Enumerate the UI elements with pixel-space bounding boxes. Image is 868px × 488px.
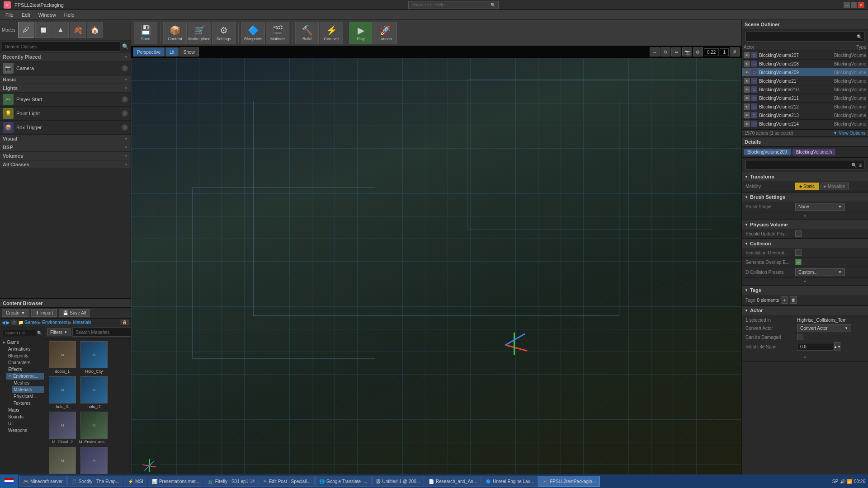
collision-section-header[interactable]: ▼ Collision [742,239,868,248]
vp-lit-btn[interactable]: Lit [165,47,179,56]
asset-m_enviro[interactable]: M M_Enviro_assets_01 [79,411,109,445]
mode-btn-mesh-paint[interactable]: 🍂 [70,22,86,38]
transform-section-header[interactable]: ▼ Transform [742,172,868,181]
menu-edit[interactable]: Edit [18,11,34,19]
mode-btn-select[interactable]: 🖊 [18,22,34,38]
collision-expand-btn[interactable]: ▼ [802,279,809,284]
visibility-icon[interactable]: 👁 [744,86,750,93]
save-all-button[interactable]: 💾 Save All [59,309,90,317]
launch-button[interactable]: 🚀 Launch [373,22,397,44]
player-start-info-icon[interactable]: ? [122,96,128,103]
taskbar-item-presentations-mat---[interactable]: 📊Presentations mat... [148,476,203,487]
box-trigger-info-icon[interactable]: ? [122,124,128,131]
visibility-icon[interactable]: 👁 [744,78,750,84]
tree-maps[interactable]: Maps [6,407,44,413]
tree-ui[interactable]: UI [6,420,44,427]
blueprints-button[interactable]: 🔷 Blueprints [241,22,265,44]
sim-gen-checkbox[interactable] [795,249,802,256]
tree-effects[interactable]: Effects [6,366,44,373]
nav-lock-icon[interactable]: 🔒 [120,319,129,325]
taskbar-item-firefly---s01-ep1-14[interactable]: 📺Firefly - S01 ep1-14 [204,476,259,487]
scene-outliner-item-blockingvolume209[interactable]: 👁 □ BlockingVolume209 BlockingVolume [742,68,868,77]
tree-animations[interactable]: Animations [6,346,44,352]
scene-outliner-search-input[interactable] [748,34,857,39]
mode-btn-geometry[interactable]: 🏠 [87,22,103,38]
save-button[interactable]: 💾 Save [134,22,157,44]
menu-window[interactable]: Window [35,11,60,19]
view-options-button[interactable]: ▼ View Options [833,131,865,136]
category-recently-placed[interactable]: Recently Placed ▼ [0,53,131,61]
menu-help[interactable]: Help [61,11,78,19]
viewport[interactable]: Perspective Lit Show ↔ ↻ ⇔ 📷 ⚙ 0.22 1 # [131,46,741,488]
visibility-icon[interactable]: 👁 [744,61,750,67]
search-help-input[interactable]: Search For Help 🔍 [408,1,499,9]
actor-expand-btn[interactable]: ▼ [802,355,809,360]
menu-file[interactable]: File [2,11,17,19]
physics-volume-header[interactable]: ▼ Physics Volume [742,220,868,229]
category-bsp[interactable]: BSP ▼ [0,143,131,152]
scene-outliner-item-blockingvolume208[interactable]: 👁 □ BlockingVolume208 BlockingVolume [742,60,868,68]
visibility-icon[interactable]: 👁 [744,52,750,58]
point-light-info-icon[interactable]: ? [122,110,128,117]
movable-mobility-btn[interactable]: ▶ Movable [820,183,849,190]
taskbar-item-minecraft-server[interactable]: 🎮Minecraft server [19,476,67,487]
asset-holo_l1[interactable]: M holo_l1 [47,375,78,410]
scene-outliner-item-blockingvolume210[interactable]: 👁 □ BlockingVolume210 BlockingVolume [742,85,868,94]
scene-outliner-item-blockingvolume21[interactable]: 👁 □ BlockingVolume21 BlockingVolume [742,77,868,85]
scene-outliner-item-blockingvolume207[interactable]: 👁 □ BlockingVolume207 BlockingVolume [742,51,868,60]
content-button[interactable]: 📦 Content [163,22,187,44]
category-visual[interactable]: Visual ▼ [0,135,131,143]
scene-outliner-item-blockingvolume211[interactable]: 👁 □ BlockingVolume211 BlockingVolume [742,94,868,103]
vp-perspective-btn[interactable]: Perspective [133,47,165,56]
vp-camera-icon[interactable]: 📷 [682,47,692,56]
mode-btn-foliage[interactable]: ▲ [52,22,69,38]
minimize-button[interactable]: — [844,2,850,8]
place-item-camera[interactable]: 📷 Camera ? [0,61,131,75]
visibility-icon[interactable]: 👁 [744,112,750,118]
scene-outliner-item-blockingvolume213[interactable]: 👁 □ BlockingVolume213 BlockingVolume [742,111,868,120]
details-search-input[interactable] [748,163,851,168]
search-folder-input-wrapper[interactable]: 🔍 [3,328,42,338]
search-materials-input[interactable] [72,328,131,337]
build-button[interactable]: 🔨 Build [295,22,319,44]
taskbar-item-unreal-engine-lau---[interactable]: 🔷Unreal Engine Lau... [481,476,538,487]
tree-sounds[interactable]: Sounds [6,413,44,420]
search-folder-input[interactable] [3,329,36,337]
category-basic[interactable]: Basic ▼ [0,75,131,84]
convert-actor-button[interactable]: Convert Actor ▼ [797,324,851,332]
tree-environment[interactable]: ▼ Environme... [6,373,44,380]
nav-materials[interactable]: Materials [73,320,91,325]
tree-characters[interactable]: Characters [6,359,44,366]
visibility-icon[interactable]: 👁 [744,69,750,75]
initial-life-span-input[interactable]: 0.0 [797,343,833,351]
initial-life-span-stepper[interactable]: ▲▼ [834,342,840,351]
taskbar-item-google-translate-----[interactable]: 🌐Google Translate -... [315,476,372,487]
asset-doors_1[interactable]: M doors_1 [47,340,78,375]
search-classes-input[interactable] [5,44,117,49]
nav-game[interactable]: Game [24,320,37,325]
viewport-scene[interactable]: Level: Highrise (Persistent) [131,58,741,488]
vp-scale-icon[interactable]: ⇔ [671,47,681,56]
tree-blueprints[interactable]: Blueprints [6,352,44,359]
static-mobility-btn[interactable]: ◆ Static [795,183,819,190]
tags-section-header[interactable]: ▼ Tags [742,286,868,295]
should-update-physics-checkbox[interactable] [795,230,802,237]
compile-button[interactable]: ⚡ Compile [320,22,343,44]
add-tag-button[interactable]: + [781,296,788,304]
remove-tag-button[interactable]: 🗑 [790,296,797,304]
brush-shape-expand-btn[interactable]: ▼ [802,213,809,219]
nav-back-icon[interactable]: ◀ [2,320,5,325]
tree-physicam[interactable]: PhysicaM... [12,393,44,400]
category-volumes[interactable]: Volumes ▼ [0,152,131,160]
asset-holo_l2[interactable]: M holo_l2 [79,375,109,410]
category-all-classes[interactable]: All Classes ▼ [0,160,131,169]
tree-game[interactable]: ▶ Game [1,339,44,346]
visibility-icon[interactable]: 👁 [744,95,750,101]
mode-btn-landscape[interactable]: 🔲 [35,22,52,38]
maximize-button[interactable]: □ [851,2,857,8]
asset-holo_city[interactable]: M Holo_City [79,340,109,375]
scene-outliner-item-blockingvolume214[interactable]: 👁 □ BlockingVolume214 BlockingVolume [742,120,868,128]
vp-translate-icon[interactable]: ↔ [650,47,660,56]
visibility-icon[interactable]: 👁 [744,103,750,110]
tree-textures[interactable]: Textures [12,400,44,407]
